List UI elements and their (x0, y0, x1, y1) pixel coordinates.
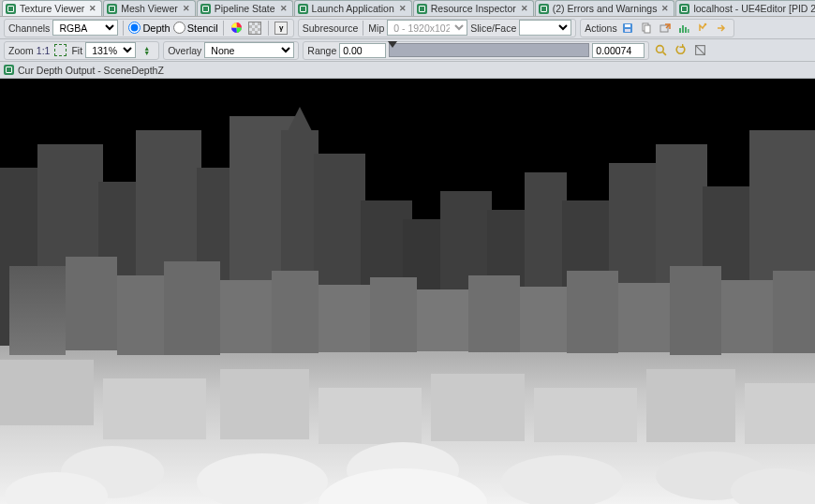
tab-localhost[interactable]: localhost - UE4Editor [PID 22876] ✕ (675, 0, 815, 16)
svg-rect-53 (0, 360, 94, 425)
range-thumb[interactable] (388, 41, 397, 48)
svg-line-13 (663, 52, 666, 55)
svg-rect-56 (319, 388, 422, 444)
goto-icon[interactable] (714, 20, 730, 36)
tabstrip: Texture Viewer ✕ Mesh Viewer ✕ Pipeline … (0, 0, 815, 17)
subresource-label: Subresource (303, 22, 359, 34)
close-icon[interactable]: ✕ (182, 4, 191, 13)
stencil-radio-label: Stencil (187, 22, 218, 34)
output-label-bar: Cur Depth Output - SceneDepthZ (0, 62, 815, 79)
svg-rect-45 (417, 289, 468, 351)
tab-label: (2) Errors and Warnings (553, 3, 658, 14)
close-icon[interactable]: ✕ (520, 4, 529, 13)
svg-rect-57 (431, 374, 525, 441)
zoom-range-icon[interactable] (653, 42, 669, 58)
svg-rect-46 (468, 275, 520, 352)
svg-point-12 (657, 46, 664, 53)
channels-group: Channels RGBA Depth Stencil γ (4, 19, 294, 37)
close-icon[interactable]: ✕ (660, 4, 670, 13)
range-label: Range (307, 45, 336, 56)
subresource-group: Subresource Mip 0 - 1920x1020 Slice/Face (298, 19, 577, 37)
svg-rect-40 (164, 261, 220, 355)
depth-radio[interactable]: Depth (128, 22, 170, 34)
overlay-label: Overlay (168, 45, 201, 56)
svg-rect-44 (370, 277, 417, 352)
zoom-select[interactable]: 131% (85, 42, 136, 58)
checker-icon[interactable] (247, 20, 263, 36)
svg-rect-8 (682, 25, 684, 33)
overlay-select[interactable]: None (204, 42, 294, 58)
tab-pipeline-state[interactable]: Pipeline State ✕ (197, 0, 293, 16)
svg-rect-5 (645, 25, 650, 33)
sliceface-label: Slice/Face (470, 22, 516, 34)
pixel-history-icon[interactable] (695, 20, 711, 36)
zoom-group: Zoom 1:1 Fit 131% ▲▼ (4, 41, 159, 60)
svg-line-15 (696, 46, 705, 55)
depth-render (0, 79, 815, 504)
range-min-input[interactable] (339, 43, 386, 58)
svg-rect-3 (625, 29, 630, 32)
save-icon[interactable] (620, 20, 636, 36)
toolbar-channels-row: Channels RGBA Depth Stencil γ Subresourc… (0, 17, 815, 39)
tab-label: Texture Viewer (20, 3, 84, 14)
open-new-icon[interactable] (658, 20, 674, 36)
separator (223, 21, 224, 36)
svg-rect-7 (679, 28, 681, 33)
depth-radio-label: Depth (142, 22, 170, 34)
tab-label: Pipeline State (215, 3, 275, 14)
histogram-icon[interactable] (676, 20, 692, 36)
svg-rect-52 (773, 271, 815, 353)
svg-rect-6 (660, 25, 668, 32)
zoom-11-button[interactable]: 1:1 (37, 45, 51, 56)
tab-launch-application[interactable]: Launch Application ✕ (294, 0, 412, 16)
svg-rect-50 (670, 266, 721, 355)
svg-rect-41 (220, 280, 272, 353)
app-icon (4, 65, 14, 75)
range-slider[interactable] (389, 43, 589, 57)
svg-rect-2 (625, 24, 630, 27)
svg-rect-10 (688, 29, 689, 33)
current-output-label: Cur Depth Output - SceneDepthZ (18, 65, 164, 76)
sliceface-select[interactable] (519, 20, 571, 36)
tab-label: localhost - UE4Editor [PID 22876] (693, 3, 815, 14)
stencil-radio[interactable]: Stencil (173, 22, 218, 34)
reset-range-icon[interactable] (692, 42, 708, 58)
close-icon[interactable]: ✕ (279, 4, 289, 13)
separator (268, 21, 269, 36)
tab-texture-viewer[interactable]: Texture Viewer ✕ (2, 0, 102, 16)
svg-point-11 (704, 22, 707, 25)
overlay-group: Overlay None (163, 41, 299, 60)
svg-rect-38 (66, 257, 117, 350)
range-group: Range (303, 41, 649, 60)
copy-icon[interactable] (639, 20, 655, 36)
actions-group: Actions (580, 19, 734, 37)
tab-resource-inspector[interactable]: Resource Inspector ✕ (413, 0, 534, 16)
close-icon[interactable]: ✕ (88, 4, 97, 13)
channels-select[interactable]: RGBA (52, 20, 118, 36)
range-max-input[interactable] (592, 43, 645, 58)
app-icon (6, 4, 16, 14)
texture-viewport[interactable] (0, 79, 815, 504)
separator (123, 21, 124, 36)
svg-rect-49 (618, 283, 670, 352)
svg-rect-43 (319, 285, 370, 352)
gamma-toggle[interactable]: γ (274, 20, 289, 36)
mip-select[interactable]: 0 - 1920x1020 (387, 20, 467, 36)
svg-rect-51 (721, 280, 773, 353)
svg-rect-42 (272, 271, 319, 353)
close-icon[interactable]: ✕ (398, 4, 408, 13)
stencil-radio-input[interactable] (173, 22, 185, 34)
flip-y-icon[interactable]: ▲▼ (139, 42, 155, 58)
tab-label: Mesh Viewer (121, 3, 178, 14)
svg-rect-58 (534, 388, 637, 442)
fit-icon[interactable] (52, 42, 68, 58)
svg-rect-48 (567, 271, 618, 353)
svg-rect-55 (220, 369, 309, 439)
depth-radio-input[interactable] (128, 22, 141, 34)
tab-mesh-viewer[interactable]: Mesh Viewer ✕ (103, 0, 196, 16)
color-wheel-icon[interactable] (229, 20, 244, 36)
tab-label: Resource Inspector (431, 3, 516, 14)
toolbar-zoom-row: Zoom 1:1 Fit 131% ▲▼ Overlay None Range (0, 39, 815, 62)
autofit-range-icon[interactable] (673, 42, 689, 58)
tab-errors-warnings[interactable]: (2) Errors and Warnings ✕ (535, 0, 675, 16)
